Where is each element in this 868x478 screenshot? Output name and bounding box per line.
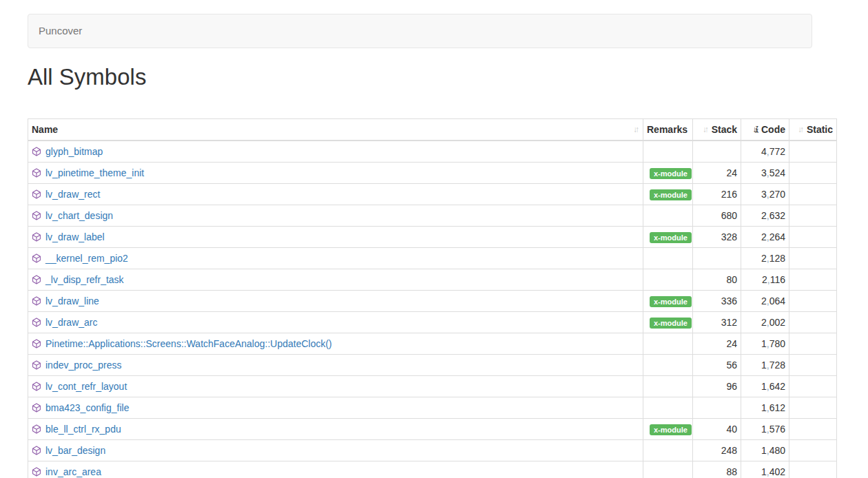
symbol-link[interactable]: _lv_disp_refr_task bbox=[45, 273, 124, 287]
symbol-link[interactable]: inv_arc_area bbox=[45, 465, 101, 478]
symbol-link[interactable]: lv_draw_line bbox=[45, 294, 99, 308]
sort-icon: ↓↑ bbox=[798, 123, 804, 136]
package-icon bbox=[32, 318, 41, 327]
table-row: indev_proc_press 56 1,728 bbox=[28, 355, 837, 376]
table-row: lv_pinetime_theme_init x-module 24 3,524 bbox=[28, 163, 837, 184]
table-row: lv_cont_refr_layout 96 1,642 bbox=[28, 376, 837, 397]
remarks-cell: x-module bbox=[643, 227, 693, 248]
code-value: 1,480 bbox=[741, 440, 789, 461]
remarks-cell: x-module bbox=[643, 184, 693, 205]
table-row: bma423_config_file 1,612 bbox=[28, 397, 837, 419]
table-row: glyph_bitmap 4,772 bbox=[28, 141, 837, 163]
remarks-cell bbox=[643, 269, 693, 291]
static-value bbox=[789, 461, 837, 478]
table-row: ble_ll_ctrl_rx_pdu x-module 40 1,576 bbox=[28, 419, 837, 440]
package-icon bbox=[32, 275, 41, 284]
stack-value bbox=[693, 248, 741, 269]
column-header-stack[interactable]: ↓↑Stack bbox=[693, 119, 741, 141]
column-label: Name bbox=[32, 123, 58, 136]
table-header: Name↓↑Remarks↓↑Stack↓ZACode↓↑Static bbox=[28, 119, 837, 141]
table-row: lv_bar_design 248 1,480 bbox=[28, 440, 837, 461]
code-value: 2,116 bbox=[741, 269, 789, 291]
static-value bbox=[789, 355, 837, 376]
symbol-link[interactable]: lv_cont_refr_layout bbox=[45, 380, 127, 393]
sort-icon: ↓↑ bbox=[633, 123, 639, 136]
code-value: 1,780 bbox=[741, 333, 789, 355]
stack-value bbox=[693, 397, 741, 419]
stack-value: 336 bbox=[693, 291, 741, 312]
remarks-cell bbox=[643, 440, 693, 461]
code-value: 1,576 bbox=[741, 419, 789, 440]
remarks-cell bbox=[643, 376, 693, 397]
package-icon bbox=[32, 403, 41, 413]
code-value: 2,002 bbox=[741, 312, 789, 333]
symbol-link[interactable]: lv_bar_design bbox=[45, 444, 105, 457]
symbol-link[interactable]: ble_ll_ctrl_rx_pdu bbox=[45, 422, 121, 436]
symbol-link[interactable]: lv_chart_design bbox=[45, 209, 113, 222]
code-value: 1,612 bbox=[741, 397, 789, 419]
code-value: 2,632 bbox=[741, 205, 789, 227]
column-label: Stack bbox=[712, 123, 737, 136]
x-module-badge: x-module bbox=[650, 168, 692, 179]
table-row: lv_draw_rect x-module 216 3,270 bbox=[28, 184, 837, 205]
package-icon bbox=[32, 211, 41, 220]
code-value: 3,524 bbox=[741, 163, 789, 184]
static-value bbox=[789, 440, 837, 461]
package-icon bbox=[32, 168, 41, 178]
code-value: 4,772 bbox=[741, 141, 789, 163]
static-value bbox=[789, 163, 837, 184]
remarks-cell bbox=[643, 461, 693, 478]
code-value: 2,264 bbox=[741, 227, 789, 248]
symbol-link[interactable]: bma423_config_file bbox=[45, 401, 129, 415]
stack-value: 88 bbox=[693, 461, 741, 478]
x-module-badge: x-module bbox=[650, 232, 692, 243]
stack-value: 56 bbox=[693, 355, 741, 376]
table-row: lv_draw_arc x-module 312 2,002 bbox=[28, 312, 837, 333]
remarks-cell: x-module bbox=[643, 419, 693, 440]
package-icon bbox=[32, 382, 41, 391]
remarks-cell bbox=[643, 141, 693, 163]
static-value bbox=[789, 419, 837, 440]
navbar-brand-link[interactable]: Puncover bbox=[28, 14, 92, 48]
column-label: Code bbox=[761, 123, 785, 136]
remarks-cell: x-module bbox=[643, 291, 693, 312]
remarks-cell: x-module bbox=[643, 312, 693, 333]
package-icon bbox=[32, 232, 41, 242]
static-value bbox=[789, 184, 837, 205]
stack-value: 328 bbox=[693, 227, 741, 248]
static-value bbox=[789, 227, 837, 248]
symbol-link[interactable]: __kernel_rem_pio2 bbox=[45, 251, 128, 265]
code-value: 1,728 bbox=[741, 355, 789, 376]
table-row: lv_draw_line x-module 336 2,064 bbox=[28, 291, 837, 312]
column-header-static[interactable]: ↓↑Static bbox=[789, 119, 837, 141]
symbol-link[interactable]: Pinetime::Applications::Screens::WatchFa… bbox=[45, 337, 332, 351]
stack-value: 216 bbox=[693, 184, 741, 205]
package-icon bbox=[32, 360, 41, 370]
column-label: Remarks bbox=[647, 123, 688, 136]
column-header-name[interactable]: Name↓↑ bbox=[28, 119, 643, 141]
x-module-badge: x-module bbox=[650, 296, 692, 307]
stack-value bbox=[693, 141, 741, 163]
stack-value: 24 bbox=[693, 333, 741, 355]
stack-value: 80 bbox=[693, 269, 741, 291]
code-value: 2,064 bbox=[741, 291, 789, 312]
code-value: 3,270 bbox=[741, 184, 789, 205]
static-value bbox=[789, 248, 837, 269]
symbol-link[interactable]: lv_draw_arc bbox=[45, 315, 97, 329]
symbol-link[interactable]: glyph_bitmap bbox=[45, 145, 103, 158]
package-icon bbox=[32, 189, 41, 199]
x-module-badge: x-module bbox=[650, 189, 692, 200]
static-value bbox=[789, 312, 837, 333]
column-header-code[interactable]: ↓ZACode bbox=[741, 119, 789, 141]
table-row: __kernel_rem_pio2 2,128 bbox=[28, 248, 837, 269]
stack-value: 96 bbox=[693, 376, 741, 397]
stack-value: 312 bbox=[693, 312, 741, 333]
symbol-link[interactable]: lv_pinetime_theme_init bbox=[45, 166, 144, 180]
symbol-link[interactable]: lv_draw_rect bbox=[45, 187, 100, 201]
column-label: Static bbox=[807, 123, 833, 136]
symbols-table: Name↓↑Remarks↓↑Stack↓ZACode↓↑Static glyp… bbox=[28, 118, 837, 478]
sort-desc-icon: ↓ZA bbox=[752, 123, 758, 136]
symbol-link[interactable]: lv_draw_label bbox=[45, 230, 105, 244]
symbol-link[interactable]: indev_proc_press bbox=[45, 358, 122, 372]
table-row: inv_arc_area 88 1,402 bbox=[28, 461, 837, 478]
